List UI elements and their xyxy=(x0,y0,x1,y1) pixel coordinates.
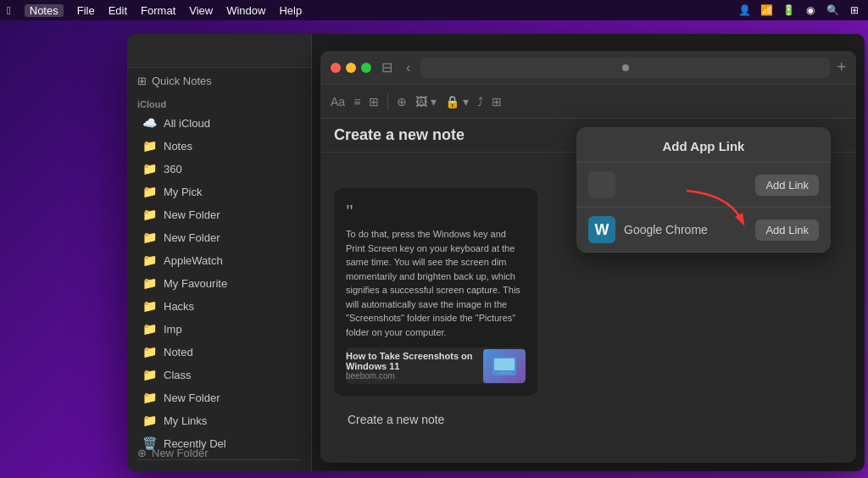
list-icon[interactable]: ≡ xyxy=(353,95,360,108)
sidebar-item-label-new-folder-3: New Folder xyxy=(164,392,220,404)
sidebar-item-class[interactable]: 📁 Class xyxy=(132,364,306,386)
sidebar-item-label-360: 360 xyxy=(164,163,182,175)
siri-icon[interactable]: 👤 xyxy=(737,3,751,17)
sidebar-item-new-folder-1[interactable]: 📁 New Folder xyxy=(132,203,306,225)
font-size-icon[interactable]: Aa xyxy=(331,95,345,108)
popup-row-2-icon: W xyxy=(588,216,615,243)
notes-app-window: ⊞ ⊟ ◱ ◫ Aa ⊟ ⊞ ⊘ 🖼 T 👤 🔍 ⊞ Quick N xyxy=(127,34,865,471)
sidebar-item-applewatch[interactable]: 📁 AppleWatch xyxy=(132,249,306,271)
wifi-status-icon[interactable]: ◉ xyxy=(804,3,817,17)
menu-window[interactable]: Window xyxy=(226,4,265,17)
table-icon[interactable]: ⊞ xyxy=(369,95,379,108)
sidebar-item-imp[interactable]: 📁 Imp xyxy=(132,318,306,340)
link-preview-url: beebom.com xyxy=(346,371,476,381)
red-arrow-svg xyxy=(678,182,763,233)
address-dot xyxy=(622,64,629,71)
note-footer-text[interactable]: Create a new note xyxy=(334,406,843,433)
sidebar-item-label-noted: Noted xyxy=(164,346,193,358)
desktop: ⊞ ⊟ ◱ ◫ Aa ⊟ ⊞ ⊘ 🖼 T 👤 🔍 ⊞ Quick N xyxy=(0,20,868,478)
note-titlebar: ⊟ ‹ + xyxy=(320,51,856,85)
menu-view[interactable]: View xyxy=(189,4,213,17)
svg-rect-2 xyxy=(498,372,511,374)
menu-help[interactable]: Help xyxy=(279,4,302,17)
sidebar-item-notes[interactable]: 📁 Notes xyxy=(132,135,306,157)
hacks-folder-icon: 📁 xyxy=(142,299,157,313)
sidebar-item-noted[interactable]: 📁 Noted xyxy=(132,341,306,363)
add-app-link-popup: Add App Link Add Link xyxy=(576,127,831,253)
toolbar-separator-1 xyxy=(387,93,388,110)
sidebar-toggle-button[interactable]: ⊟ xyxy=(378,58,396,77)
add-note-button[interactable]: + xyxy=(837,58,846,76)
menu-notes[interactable]: Notes xyxy=(25,4,64,17)
sidebar-item-label-imp: Imp xyxy=(164,323,182,336)
sidebar-item-360[interactable]: 📁 360 xyxy=(132,158,306,180)
new-folder-label: New Folder xyxy=(152,447,208,459)
sidebar-item-label-notes: Notes xyxy=(164,140,192,153)
new-folder-button[interactable]: ⊕ New Folder xyxy=(127,442,218,464)
sidebar-item-new-folder-2[interactable]: 📁 New Folder xyxy=(132,226,306,248)
menu-format[interactable]: Format xyxy=(141,4,175,17)
new-folder-plus-icon: ⊕ xyxy=(137,447,147,459)
tags-label: Tags xyxy=(127,465,311,471)
new-folder-1-icon: 📁 xyxy=(142,208,157,221)
new-folder-3-icon: 📁 xyxy=(142,391,157,404)
sidebar-item-quick-notes[interactable]: ⊞ Quick Notes xyxy=(127,68,311,94)
apple-menu[interactable]:  xyxy=(7,4,11,17)
link-preview-info: How to Take Screenshots on Windows 11 be… xyxy=(346,347,476,384)
class-folder-icon: 📁 xyxy=(142,368,157,381)
quote-text: To do that, press the Windows key and Pr… xyxy=(346,227,526,339)
note-title: Create a new note xyxy=(334,126,465,144)
popup-row-2-add-link-button[interactable]: Add Link xyxy=(755,220,819,241)
wifi-icon[interactable]: 📶 xyxy=(760,3,773,17)
imp-folder-icon: 📁 xyxy=(142,322,157,336)
sidebar: ⊞ Quick Notes iCloud ☁️ All iCloud 📁 Not… xyxy=(127,34,312,471)
popup-row-1-add-link-button[interactable]: Add Link xyxy=(755,175,819,196)
my-favourites-folder-icon: 📁 xyxy=(142,276,157,290)
sidebar-item-label-applewatch: AppleWatch xyxy=(164,254,223,267)
photo-icon[interactable]: 🖼 ▾ xyxy=(415,95,437,108)
wordpress-icon: W xyxy=(595,221,609,239)
attachment-icon[interactable]: ⊕ xyxy=(397,95,407,108)
sidebar-item-new-folder-3[interactable]: 📁 New Folder xyxy=(132,386,306,409)
sidebar-item-label-my-pick: My Pick xyxy=(164,186,203,198)
applewatch-folder-icon: 📁 xyxy=(142,253,157,267)
noted-folder-icon: 📁 xyxy=(142,345,157,358)
menu-file[interactable]: File xyxy=(77,4,95,17)
window-maximize-button[interactable] xyxy=(361,63,371,73)
sidebar-item-label-new-folder-2: New Folder xyxy=(164,231,220,244)
new-folder-2-icon: 📁 xyxy=(142,231,157,244)
popup-header: Add App Link xyxy=(576,127,831,163)
app-link-icon[interactable]: ⊞ xyxy=(492,95,502,108)
window-controls xyxy=(331,63,371,73)
sidebar-item-all-icloud[interactable]: ☁️ All iCloud xyxy=(132,112,306,134)
link-preview[interactable]: How to Take Screenshots on Windows 11 be… xyxy=(346,347,526,384)
search-icon[interactable]: 🔍 xyxy=(826,3,839,17)
svg-rect-1 xyxy=(494,358,515,370)
my-pick-folder-icon: 📁 xyxy=(142,185,157,198)
quote-mark: " xyxy=(346,200,526,222)
share-icon[interactable]: ⤴ xyxy=(477,95,483,108)
control-center-icon[interactable]: ⊞ xyxy=(848,3,861,17)
sidebar-item-my-links[interactable]: 📁 My Links xyxy=(132,409,306,431)
link-preview-image xyxy=(483,349,526,383)
address-bar xyxy=(420,58,830,78)
lock-icon[interactable]: 🔒 ▾ xyxy=(445,95,469,108)
notes-folder-icon: 📁 xyxy=(142,139,157,153)
window-close-button[interactable] xyxy=(331,63,341,73)
sidebar-item-my-favourites[interactable]: 📁 My Favourite xyxy=(132,272,306,294)
sidebar-item-hacks[interactable]: 📁 Hacks xyxy=(132,295,306,317)
360-folder-icon: 📁 xyxy=(142,162,157,175)
quote-card: " To do that, press the Windows key and … xyxy=(334,188,537,396)
note-editor-toolbar: Aa ≡ ⊞ ⊕ 🖼 ▾ 🔒 ▾ ⤴ ⊞ xyxy=(320,85,856,119)
sidebar-item-label-my-links: My Links xyxy=(164,414,207,427)
sidebar-item-my-pick[interactable]: 📁 My Pick xyxy=(132,181,306,203)
sidebar-header xyxy=(127,34,311,68)
icloud-section-label: iCloud xyxy=(127,94,311,111)
sidebar-item-label-new-folder-1: New Folder xyxy=(164,208,220,221)
window-minimize-button[interactable] xyxy=(346,63,356,73)
sidebar-item-label-all-icloud: All iCloud xyxy=(164,117,210,130)
menu-edit[interactable]: Edit xyxy=(108,4,127,17)
back-button[interactable]: ‹ xyxy=(403,58,414,77)
battery-icon[interactable]: 🔋 xyxy=(782,3,795,17)
sidebar-item-label-hacks: Hacks xyxy=(164,300,194,313)
